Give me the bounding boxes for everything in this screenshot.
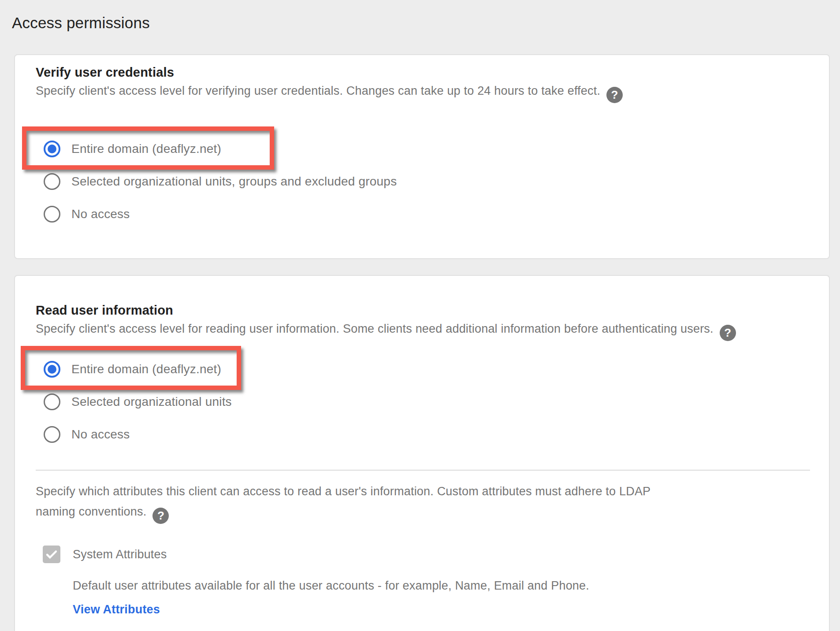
page-title: Access permissions bbox=[12, 14, 150, 32]
radio-option-entire-domain[interactable]: Entire domain (deaflyz.net) bbox=[44, 361, 232, 378]
radio-button-icon[interactable] bbox=[44, 393, 60, 410]
check-icon bbox=[44, 547, 59, 562]
read-user-info-card: Read user information Specify client's a… bbox=[14, 275, 830, 631]
radio-option-selected-org-units-groups[interactable]: Selected organizational units, groups an… bbox=[44, 173, 397, 190]
radio-option-no-access[interactable]: No access bbox=[44, 206, 397, 223]
verify-credentials-card: Verify user credentials Specify client's… bbox=[14, 54, 830, 259]
radio-label: No access bbox=[71, 207, 130, 221]
help-icon[interactable]: ? bbox=[720, 325, 736, 341]
read-section-description: Specify client's access level for readin… bbox=[36, 322, 714, 335]
read-access-radio-group: Entire domain (deaflyz.net) Selected org… bbox=[44, 361, 232, 459]
radio-option-selected-org-units[interactable]: Selected organizational units bbox=[44, 393, 232, 410]
attributes-note-text: Specify which attributes this client can… bbox=[36, 485, 650, 518]
system-attributes-description: Default user attributes available for al… bbox=[73, 579, 589, 593]
radio-button-selected-icon[interactable] bbox=[44, 361, 60, 378]
system-attributes-checkbox-checked-icon[interactable] bbox=[43, 546, 60, 563]
radio-label: No access bbox=[71, 427, 130, 442]
radio-label: Selected organizational units, groups an… bbox=[71, 174, 397, 189]
view-attributes-link[interactable]: View Attributes bbox=[73, 603, 160, 616]
help-icon[interactable]: ? bbox=[152, 508, 169, 524]
section-divider bbox=[36, 470, 810, 471]
verify-section-title: Verify user credentials bbox=[36, 65, 174, 80]
radio-option-no-access[interactable]: No access bbox=[44, 426, 232, 443]
radio-label: Entire domain (deaflyz.net) bbox=[71, 142, 221, 156]
help-icon[interactable]: ? bbox=[606, 87, 623, 103]
radio-button-icon[interactable] bbox=[44, 206, 60, 223]
radio-label: Selected organizational units bbox=[71, 395, 232, 409]
verify-section-description: Specify client's access level for verify… bbox=[36, 84, 600, 97]
radio-button-icon[interactable] bbox=[44, 173, 60, 190]
verify-access-radio-group: Entire domain (deaflyz.net) Selected org… bbox=[44, 141, 397, 238]
system-attributes-label: System Attributes bbox=[73, 548, 167, 561]
radio-label: Entire domain (deaflyz.net) bbox=[71, 362, 221, 376]
radio-button-selected-icon[interactable] bbox=[44, 141, 60, 157]
read-section-title: Read user information bbox=[36, 303, 173, 318]
radio-button-icon[interactable] bbox=[44, 426, 60, 443]
radio-option-entire-domain[interactable]: Entire domain (deaflyz.net) bbox=[44, 141, 397, 157]
